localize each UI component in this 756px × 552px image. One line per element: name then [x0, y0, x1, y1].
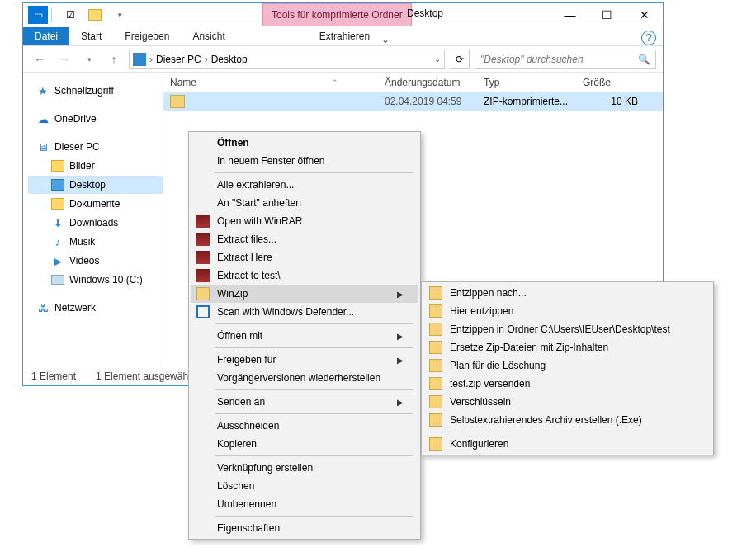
context-menu: Öffnen In neuem Fenster öffnen Alle extr… [188, 131, 421, 540]
winzip-unzip-here[interactable]: Hier entzippen [423, 302, 711, 320]
menu-shortcut[interactable]: Verknüpfung erstellen [191, 459, 418, 477]
menu-open-new-window[interactable]: In neuem Fenster öffnen [191, 152, 418, 170]
zip-file-icon [170, 95, 185, 108]
nav-cdrive[interactable]: Windows 10 (C:) [28, 271, 163, 289]
column-headers: Name⌃ Änderungsdatum Typ Größe [163, 73, 663, 92]
nav-quickaccess[interactable]: ★Schnellzugriff [28, 82, 163, 100]
address-bar: ← → ▾ ↑ › Dieser PC › Desktop ⌄ ⟳ 🔍 [23, 46, 663, 73]
menu-winrar-extract-to[interactable]: Extract to test\ [191, 267, 418, 285]
nav-pictures[interactable]: Bilder [28, 157, 163, 175]
separator [51, 7, 52, 22]
menu-share-with[interactable]: Freigeben für▶ [191, 351, 418, 369]
menu-copy[interactable]: Kopieren [191, 435, 418, 453]
menu-winzip[interactable]: WinZip▶ [191, 285, 418, 303]
tab-start[interactable]: Start [69, 27, 113, 45]
col-size[interactable]: Größe [576, 77, 663, 88]
cell-type: ZIP-komprimierte... [477, 96, 576, 107]
nav-forward-icon[interactable]: → [54, 50, 74, 69]
col-date[interactable]: Änderungsdatum [378, 77, 477, 88]
menu-restore-versions[interactable]: Vorgängerversionen wiederherstellen [191, 369, 418, 387]
tab-extract[interactable]: Extrahieren [308, 27, 381, 45]
status-selected: 1 Element ausgewähl [96, 370, 191, 382]
crumb-desktop[interactable]: Desktop [211, 54, 248, 65]
nav-up-icon[interactable]: ↑ [104, 50, 124, 69]
table-row[interactable]: 02.04.2019 04:59 ZIP-komprimierte... 10 … [163, 92, 663, 111]
minimize-button[interactable]: — [551, 3, 588, 26]
menu-open[interactable]: Öffnen [191, 134, 418, 152]
winzip-sfx[interactable]: Selbstextrahierendes Archiv erstellen (.… [423, 411, 711, 429]
nav-network[interactable]: 🖧Netzwerk [28, 299, 163, 317]
nav-desktop[interactable]: Desktop [28, 176, 163, 194]
app-icon: ▭ [28, 6, 48, 24]
menu-cut[interactable]: Ausschneiden [191, 417, 418, 435]
nav-documents[interactable]: Dokumente [28, 195, 163, 213]
menu-rename[interactable]: Umbenennen [191, 495, 418, 513]
search-icon: 🔍 [638, 54, 650, 65]
winzip-unzip-folder[interactable]: Entzippen in Ordner C:\Users\IEUser\Desk… [423, 320, 711, 338]
menu-winrar-extract-files[interactable]: Extract files... [191, 230, 418, 248]
menu-delete[interactable]: Löschen [191, 477, 418, 495]
help-icon[interactable]: ? [641, 31, 656, 45]
ribbon-context-label: Tools für komprimierte Ordner [262, 3, 412, 26]
menu-winrar-open[interactable]: Open with WinRAR [191, 212, 418, 230]
winzip-encrypt[interactable]: Verschlüsseln [423, 393, 711, 411]
cell-size: 10 KB [576, 96, 663, 107]
search-input[interactable] [480, 54, 638, 65]
submenu-arrow-icon: ▶ [380, 290, 404, 299]
refresh-icon[interactable]: ⟳ [450, 50, 470, 69]
navigation-pane: ★Schnellzugriff ☁OneDrive 🖥Dieser PC Bil… [23, 73, 163, 366]
col-type[interactable]: Typ [477, 77, 576, 88]
ribbon-tabs: Datei Start Freigeben Ansicht Extrahiere… [23, 26, 663, 46]
maximize-button[interactable]: ☐ [588, 3, 626, 26]
cell-date: 02.04.2019 04:59 [378, 96, 477, 107]
nav-onedrive[interactable]: ☁OneDrive [28, 110, 163, 128]
submenu-arrow-icon: ▶ [380, 398, 404, 407]
crumb-pc[interactable]: Dieser PC [156, 54, 201, 65]
window-title: Desktop [407, 7, 443, 19]
search-box[interactable]: 🔍 [475, 50, 656, 69]
tab-view[interactable]: Ansicht [181, 27, 236, 45]
winzip-plan-delete[interactable]: Plan für die Löschung [423, 356, 711, 375]
qat-newfolder-icon[interactable] [85, 6, 105, 24]
sort-indicator-icon: ⌃ [332, 78, 338, 87]
nav-thispc[interactable]: 🖥Dieser PC [28, 138, 163, 156]
col-name[interactable]: Name⌃ [163, 77, 378, 88]
submenu-arrow-icon: ▶ [380, 332, 404, 341]
ribbon-expand-icon[interactable]: ⌄ [381, 34, 390, 45]
nav-downloads[interactable]: ⬇Downloads [28, 214, 163, 232]
status-count: 1 Element [31, 370, 76, 382]
nav-recent-icon[interactable]: ▾ [79, 50, 99, 69]
nav-back-icon[interactable]: ← [30, 50, 50, 69]
winzip-unzip-to[interactable]: Entzippen nach... [423, 284, 711, 302]
menu-send-to[interactable]: Senden an▶ [191, 393, 418, 411]
menu-open-with[interactable]: Öffnen mit▶ [191, 327, 418, 345]
pc-icon [133, 53, 146, 66]
qat-properties-icon[interactable]: ☑ [60, 6, 80, 24]
menu-properties[interactable]: Eigenschaften [191, 519, 418, 537]
winzip-configure[interactable]: Konfigurieren [423, 435, 711, 453]
menu-winrar-extract-here[interactable]: Extract Here [191, 248, 418, 267]
winzip-send[interactable]: test.zip versenden [423, 375, 711, 393]
menu-pin-start[interactable]: An "Start" anheften [191, 194, 418, 212]
menu-defender[interactable]: Scan with Windows Defender... [191, 303, 418, 321]
titlebar: ▭ ☑ ▾ Tools für komprimierte Ordner Desk… [23, 3, 663, 26]
breadcrumb[interactable]: › Dieser PC › Desktop ⌄ [129, 50, 445, 69]
tab-file[interactable]: Datei [23, 27, 69, 45]
nav-videos[interactable]: ▶Videos [28, 252, 163, 270]
nav-music[interactable]: ♪Musik [28, 233, 163, 251]
qat-dropdown-icon[interactable]: ▾ [110, 6, 130, 24]
submenu-arrow-icon: ▶ [380, 356, 404, 365]
winzip-submenu: Entzippen nach... Hier entzippen Entzipp… [421, 281, 714, 455]
menu-extract-all[interactable]: Alle extrahieren... [191, 176, 418, 194]
tab-share[interactable]: Freigeben [113, 27, 181, 45]
close-button[interactable]: ✕ [626, 3, 663, 26]
winzip-replace[interactable]: Ersetze Zip-Dateien mit Zip-Inhalten [423, 338, 711, 356]
